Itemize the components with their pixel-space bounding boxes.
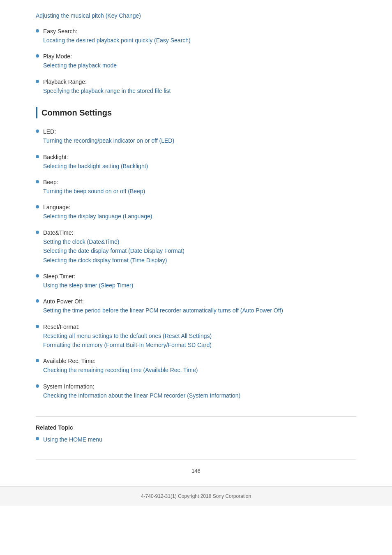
link-playback-range[interactable]: Specifying the playback range in the sto… — [43, 86, 171, 95]
related-topic-section: Related Topic Using the HOME menu — [36, 416, 356, 459]
bullet-icon — [36, 299, 39, 303]
item-label: Sleep Timer: — [43, 272, 133, 281]
item-label: Play Mode: — [43, 52, 117, 61]
item-label: Backlight: — [43, 153, 148, 162]
item-links: Checking the remaining recording time (A… — [43, 365, 198, 375]
list-item-related-home-menu: Using the HOME menu — [36, 435, 356, 444]
bullet-icon — [36, 80, 39, 83]
link-system-information[interactable]: Checking the information about the linea… — [43, 391, 240, 400]
link-auto-power-off[interactable]: Setting the time period before the linea… — [43, 306, 283, 315]
list-item-reset-format: Reset/Format: Resetting all menu setting… — [36, 323, 356, 350]
list-item-backlight: Backlight: Selecting the backlight setti… — [36, 153, 356, 171]
item-content: Date&Time: Setting the clock (Date&Time)… — [43, 229, 184, 265]
item-label: Date&Time: — [43, 229, 184, 237]
bullet-icon — [36, 205, 39, 208]
top-link-key-change[interactable]: Adjusting the musical pitch (Key Change) — [36, 12, 141, 19]
item-label: Available Rec. Time: — [43, 357, 198, 365]
footer: 4-740-912-31(1) Copyright 2018 Sony Corp… — [0, 486, 392, 506]
item-label: Easy Search: — [43, 27, 191, 36]
item-content: Sleep Timer: Using the sleep timer (Slee… — [43, 272, 133, 290]
list-item-sleep-timer: Sleep Timer: Using the sleep timer (Slee… — [36, 272, 356, 290]
item-content: Easy Search: Locating the desired playba… — [43, 27, 191, 45]
item-content: Available Rec. Time: Checking the remain… — [43, 357, 198, 375]
item-links: Specifying the playback range in the sto… — [43, 86, 171, 95]
list-item-available-rec-time: Available Rec. Time: Checking the remain… — [36, 357, 356, 375]
item-links: Turning the beep sound on or off (Beep) — [43, 187, 145, 196]
item-content: Backlight: Selecting the backlight setti… — [43, 153, 148, 171]
item-content: Beep: Turning the beep sound on or off (… — [43, 178, 145, 196]
link-easy-search[interactable]: Locating the desired playback point quic… — [43, 36, 191, 45]
bullet-icon — [36, 180, 39, 183]
item-label: LED: — [43, 127, 174, 136]
item-content: LED: Turning the recording/peak indicato… — [43, 127, 174, 145]
item-content: Language: Selecting the display language… — [43, 203, 152, 221]
bullet-icon — [36, 29, 39, 32]
list-item-led: LED: Turning the recording/peak indicato… — [36, 127, 356, 145]
item-links: Selecting the display language (Language… — [43, 212, 152, 221]
item-label: Language: — [43, 203, 152, 212]
item-label: Reset/Format: — [43, 323, 212, 331]
page-wrapper: Adjusting the musical pitch (Key Change)… — [19, 0, 373, 486]
section-bar — [36, 107, 37, 118]
link-datetime-clock[interactable]: Setting the clock (Date&Time) — [43, 237, 184, 246]
section-title: Common Settings — [42, 108, 112, 118]
bullet-icon — [36, 130, 39, 133]
bullet-icon — [36, 231, 39, 234]
item-content: Reset/Format: Resetting all menu setting… — [43, 323, 212, 350]
link-datetime-date-format[interactable]: Selecting the date display format (Date … — [43, 246, 184, 255]
item-links: Locating the desired playback point quic… — [43, 36, 191, 45]
item-label: Playback Range: — [43, 78, 171, 86]
section-heading-common-settings: Common Settings — [36, 107, 356, 118]
item-content: Auto Power Off: Setting the time period … — [43, 297, 283, 315]
item-links: Selecting the backlight setting (Backlig… — [43, 162, 148, 171]
item-links: Setting the time period before the linea… — [43, 306, 283, 315]
item-content: Play Mode: Selecting the playback mode — [43, 52, 117, 70]
link-led[interactable]: Turning the recording/peak indicator on … — [43, 136, 174, 145]
item-links: Turning the recording/peak indicator on … — [43, 136, 174, 145]
bullet-icon — [36, 384, 39, 388]
list-item-auto-power-off: Auto Power Off: Setting the time period … — [36, 297, 356, 315]
item-content: Playback Range: Specifying the playback … — [43, 78, 171, 95]
item-links: Checking the information about the linea… — [43, 391, 240, 400]
top-link-section: Adjusting the musical pitch (Key Change) — [36, 12, 356, 19]
item-links: Using the HOME menu — [43, 435, 102, 444]
list-item-playback-range: Playback Range: Specifying the playback … — [36, 78, 356, 95]
link-backlight[interactable]: Selecting the backlight setting (Backlig… — [43, 162, 148, 171]
bullet-icon — [36, 325, 39, 328]
footer-text: 4-740-912-31(1) Copyright 2018 Sony Corp… — [141, 493, 251, 499]
item-links: Using the sleep timer (Sleep Timer) — [43, 281, 133, 290]
item-content: Using the HOME menu — [43, 435, 102, 444]
link-reset-settings[interactable]: Resetting all menu settings to the defau… — [43, 331, 212, 340]
link-datetime-time-format[interactable]: Selecting the clock display format (Time… — [43, 256, 184, 265]
link-using-home-menu[interactable]: Using the HOME menu — [43, 435, 102, 444]
bullet-icon — [36, 437, 39, 440]
item-links: Setting the clock (Date&Time) Selecting … — [43, 237, 184, 265]
list-item-system-information: System Information: Checking the informa… — [36, 382, 356, 400]
item-links: Selecting the playback mode — [43, 61, 117, 70]
link-available-rec-time[interactable]: Checking the remaining recording time (A… — [43, 365, 198, 375]
link-format-memory[interactable]: Formatting the memory (Format Built-In M… — [43, 340, 212, 349]
bullet-icon — [36, 54, 39, 58]
list-item-beep: Beep: Turning the beep sound on or off (… — [36, 178, 356, 196]
list-item-play-mode: Play Mode: Selecting the playback mode — [36, 52, 356, 70]
bullet-icon — [36, 155, 39, 158]
link-sleep-timer[interactable]: Using the sleep timer (Sleep Timer) — [43, 281, 133, 290]
bullet-icon — [36, 359, 39, 362]
item-label: Auto Power Off: — [43, 297, 283, 306]
item-links: Resetting all menu settings to the defau… — [43, 331, 212, 350]
bullet-icon — [36, 274, 39, 278]
link-beep[interactable]: Turning the beep sound on or off (Beep) — [43, 187, 145, 196]
item-label: Beep: — [43, 178, 145, 187]
link-play-mode[interactable]: Selecting the playback mode — [43, 61, 117, 70]
list-item-easy-search: Easy Search: Locating the desired playba… — [36, 27, 356, 45]
item-content: System Information: Checking the informa… — [43, 382, 240, 400]
item-label: System Information: — [43, 382, 240, 391]
list-item-datetime: Date&Time: Setting the clock (Date&Time)… — [36, 229, 356, 265]
common-settings-list: LED: Turning the recording/peak indicato… — [36, 127, 356, 400]
link-language[interactable]: Selecting the display language (Language… — [43, 212, 152, 221]
initial-list: Easy Search: Locating the desired playba… — [36, 27, 356, 95]
page-number: 146 — [36, 468, 356, 474]
list-item-language: Language: Selecting the display language… — [36, 203, 356, 221]
related-topic-title: Related Topic — [36, 424, 356, 431]
